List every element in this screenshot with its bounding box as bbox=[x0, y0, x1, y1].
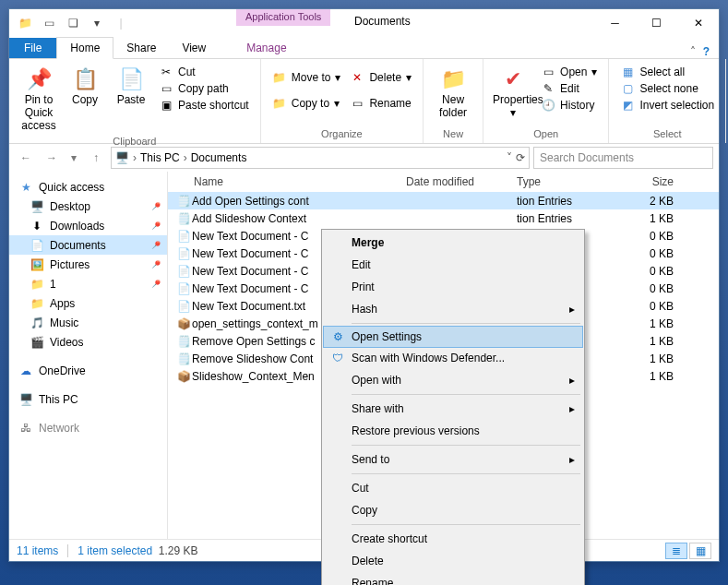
paste-button[interactable]: 📄Paste bbox=[109, 63, 153, 109]
ctx-openwith[interactable]: Open with▸ bbox=[324, 369, 582, 391]
group-select-label: Select bbox=[616, 126, 718, 141]
invertselection-button[interactable]: ◩Invert selection bbox=[620, 98, 714, 113]
up-button[interactable]: ↑ bbox=[85, 147, 107, 169]
sidebar-item-label: Desktop bbox=[50, 200, 90, 213]
history-button[interactable]: 🕘History bbox=[541, 98, 597, 113]
file-icon: 🗒️ bbox=[175, 212, 192, 225]
tab-share[interactable]: Share bbox=[113, 38, 169, 58]
ctx-print[interactable]: Print bbox=[324, 276, 582, 298]
ctx-sharewith[interactable]: Share with▸ bbox=[324, 398, 582, 420]
file-size: 0 KB bbox=[618, 300, 674, 313]
ctx-cut[interactable]: Cut bbox=[324, 477, 582, 499]
pasteshortcut-button[interactable]: ▣Paste shortcut bbox=[159, 98, 249, 113]
ctx-merge[interactable]: Merge bbox=[324, 232, 582, 254]
properties-button[interactable]: ✔Properties ▾ bbox=[491, 63, 535, 122]
file-icon: 🗒️ bbox=[175, 195, 192, 208]
breadcrumb-documents[interactable]: Documents bbox=[191, 151, 247, 164]
file-row[interactable]: 🗒️Add Open Settings conttion Entries2 KB bbox=[168, 192, 719, 209]
maximize-button[interactable]: ☐ bbox=[636, 9, 677, 36]
chevron-right-icon[interactable]: › bbox=[182, 151, 189, 164]
search-input[interactable]: Search Documents bbox=[533, 147, 713, 169]
pin-quickaccess-button[interactable]: 📌Pin to Quick access bbox=[17, 63, 61, 134]
ctx-defender[interactable]: 🛡Scan with Windows Defender... bbox=[324, 347, 582, 369]
column-headers[interactable]: Name Date modified Type Size bbox=[168, 172, 719, 192]
forward-button[interactable]: → bbox=[41, 147, 63, 169]
selectnone-button[interactable]: ▢Select none bbox=[620, 81, 714, 96]
open-button[interactable]: ▭Open▾ bbox=[541, 65, 597, 79]
ctx-rename[interactable]: Rename bbox=[324, 572, 582, 585]
status-count: 11 items bbox=[17, 544, 58, 557]
newfolder-button[interactable]: 📁New folder bbox=[431, 63, 475, 122]
pin-icon: 📍 bbox=[149, 257, 163, 271]
file-size: 0 KB bbox=[618, 247, 674, 260]
sidebar-thispc[interactable]: 🖥️This PC bbox=[9, 389, 167, 409]
address-dropdown-icon[interactable]: ˅ bbox=[507, 151, 512, 164]
sidebar-item-desktop[interactable]: 🖥️Desktop📍 bbox=[9, 197, 167, 216]
ctx-copy[interactable]: Copy bbox=[324, 499, 582, 521]
sidebar-item-label: Videos bbox=[50, 336, 83, 349]
sidebar-item-label: Pictures bbox=[50, 258, 90, 271]
ctx-hash[interactable]: Hash▸ bbox=[324, 298, 582, 320]
back-button[interactable]: ← bbox=[15, 147, 37, 169]
ctx-delete[interactable]: Delete bbox=[324, 550, 582, 572]
qat-newfolder-icon[interactable]: ❏ bbox=[63, 13, 83, 33]
breadcrumb-thispc[interactable]: This PC bbox=[140, 151, 180, 164]
ctx-opensettings[interactable]: ⚙Open Settings bbox=[323, 326, 583, 348]
file-name: Add Open Settings cont bbox=[192, 195, 406, 208]
address-bar-row: ← → ▾ ↑ 🖥️ › This PC › Documents ˅⟳ Sear… bbox=[9, 144, 719, 172]
file-size: 0 KB bbox=[618, 282, 674, 295]
navigation-pane: ★Quick access 🖥️Desktop📍⬇Downloads📍📄Docu… bbox=[9, 172, 168, 539]
sidebar-onedrive[interactable]: ☁OneDrive bbox=[9, 361, 167, 380]
minimize-button[interactable]: ─ bbox=[594, 9, 636, 36]
edit-button[interactable]: ✎Edit bbox=[541, 81, 597, 96]
ribbon-collapse-icon[interactable]: ˄ bbox=[690, 45, 696, 58]
chevron-right-icon: ▸ bbox=[569, 402, 575, 415]
sidebar-network[interactable]: 🖧Network bbox=[9, 418, 167, 437]
qat-dropdown-icon[interactable]: ▾ bbox=[87, 13, 107, 33]
status-size: 1.29 KB bbox=[159, 544, 198, 557]
sidebar-item-label: 1 bbox=[50, 278, 56, 291]
refresh-icon[interactable]: ⟳ bbox=[516, 151, 525, 164]
sidebar-item-music[interactable]: 🎵Music bbox=[9, 313, 167, 332]
sidebar-item-videos[interactable]: 🎬Videos bbox=[9, 332, 167, 352]
qat-separator: | bbox=[111, 13, 131, 33]
recent-dropdown[interactable]: ▾ bbox=[66, 147, 81, 169]
ctx-restore[interactable]: Restore previous versions bbox=[324, 420, 582, 442]
sidebar-item-pictures[interactable]: 🖼️Pictures📍 bbox=[9, 255, 167, 274]
tab-home[interactable]: Home bbox=[56, 37, 113, 59]
tab-file[interactable]: File bbox=[9, 38, 56, 58]
breadcrumb[interactable]: 🖥️ › This PC › Documents ˅⟳ bbox=[111, 147, 530, 169]
sidebar-item-downloads[interactable]: ⬇Downloads📍 bbox=[9, 216, 167, 235]
copyto-button[interactable]: 📁Copy to▾ bbox=[272, 96, 341, 111]
ctx-createshortcut[interactable]: Create shortcut bbox=[324, 528, 582, 550]
rename-button[interactable]: ▭Rename bbox=[350, 96, 412, 111]
file-size: 1 KB bbox=[618, 212, 674, 225]
sidebar-item-apps[interactable]: 📁Apps bbox=[9, 293, 167, 313]
view-icons-button[interactable]: ▦ bbox=[689, 543, 711, 559]
sidebar-quickaccess[interactable]: ★Quick access bbox=[9, 177, 167, 197]
selectall-button[interactable]: ▦Select all bbox=[620, 65, 714, 79]
file-size: 1 KB bbox=[618, 317, 674, 330]
folder-icon: 🎵 bbox=[30, 316, 44, 329]
sidebar-item-documents[interactable]: 📄Documents📍 bbox=[9, 235, 167, 255]
tab-manage[interactable]: Manage bbox=[233, 38, 299, 58]
qat-properties-icon[interactable]: ▭ bbox=[39, 13, 59, 33]
cut-button[interactable]: ✂Cut bbox=[159, 65, 249, 79]
help-icon[interactable]: ? bbox=[703, 45, 710, 58]
tab-view[interactable]: View bbox=[169, 38, 219, 58]
copypath-button[interactable]: ▭Copy path bbox=[159, 81, 249, 96]
moveto-button[interactable]: 📁Move to▾ bbox=[272, 70, 341, 85]
view-details-button[interactable]: ≣ bbox=[665, 543, 687, 559]
file-type: tion Entries bbox=[517, 212, 618, 225]
sidebar-item-1[interactable]: 📁1📍 bbox=[9, 274, 167, 293]
ctx-sendto[interactable]: Send to▸ bbox=[324, 448, 582, 471]
ctx-edit[interactable]: Edit bbox=[324, 254, 582, 276]
chevron-right-icon[interactable]: › bbox=[131, 151, 138, 164]
file-row[interactable]: 🗒️Add Slideshow Contexttion Entries1 KB bbox=[168, 209, 719, 227]
close-button[interactable]: ✕ bbox=[677, 9, 719, 36]
sidebar-item-label: Music bbox=[50, 316, 78, 329]
delete-button[interactable]: ✕Delete▾ bbox=[350, 70, 412, 85]
copy-button[interactable]: 📋Copy bbox=[63, 63, 107, 109]
file-type: tion Entries bbox=[517, 195, 618, 208]
chevron-right-icon: ▸ bbox=[569, 453, 575, 466]
